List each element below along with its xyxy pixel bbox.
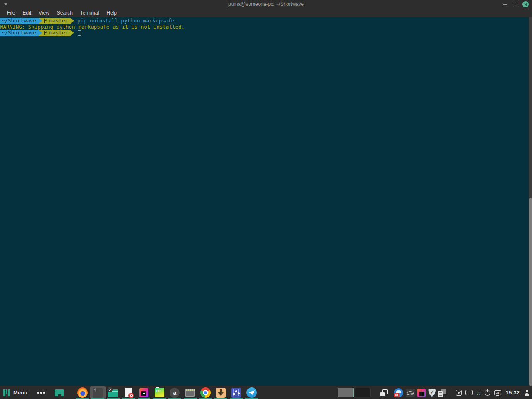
clipboard-manager-tray-icon[interactable] — [438, 389, 446, 397]
taskbar-app-telegram[interactable] — [244, 386, 259, 399]
terminal-line-prompt: ~/Shortwavemaster — [0, 30, 532, 36]
menu-button[interactable]: Menu — [0, 386, 32, 399]
taskbar-app-jetbrains-toolbox[interactable] — [136, 386, 152, 399]
show-desktop-icon[interactable] — [55, 389, 64, 396]
document-viewer-icon — [125, 388, 132, 397]
taskbar-right: 61 ✓ ♫ zz 15:32 — [338, 386, 532, 399]
taskbar-app-download-manager[interactable] — [213, 386, 229, 399]
speaker-icon[interactable] — [456, 390, 462, 396]
git-branch-icon — [44, 30, 47, 35]
taskbar-apps: $_ 2 PC a — [75, 386, 259, 399]
clock[interactable]: 15:32 — [506, 389, 520, 396]
screenshot-tray-icon[interactable] — [406, 389, 415, 397]
taskbar: Menu $_ 2 — [0, 386, 532, 399]
powerline-arrow-icon — [39, 30, 42, 36]
taskbar-app-keyboard[interactable] — [182, 386, 198, 399]
menu-edit[interactable]: Edit — [19, 9, 35, 17]
taskbar-app-document-viewer[interactable] — [121, 386, 136, 399]
telegram-icon — [246, 387, 257, 398]
menu-file[interactable]: File — [3, 9, 19, 17]
taskbar-app-terminal[interactable]: $_ — [90, 386, 106, 399]
user-icon[interactable] — [524, 390, 530, 396]
keyboard-icon — [185, 389, 195, 397]
workspace-2[interactable] — [355, 388, 371, 397]
terminal-line-output: WARNING: Skipping python-markupsafe as i… — [0, 24, 532, 30]
workspace-switcher — [338, 388, 371, 397]
desktop: puma@someone-pc: ~/Shortwave File Edit V… — [0, 0, 532, 399]
taskbar-app-pycharm[interactable]: PC — [152, 386, 167, 399]
terminal-line-command: ~/Shortwavemasterpip uninstall python-ma… — [0, 18, 532, 24]
window-titlebar[interactable]: puma@someone-pc: ~/Shortwave — [0, 0, 532, 9]
prompt-branch-segment: master — [42, 18, 71, 24]
taskbar-app-audio-mixer[interactable] — [229, 386, 244, 399]
music-note-icon[interactable]: ♫ — [476, 390, 481, 396]
menu-help[interactable]: Help — [103, 9, 121, 17]
prompt-path-segment: ~/Shortwave — [0, 30, 39, 36]
window-controls — [503, 0, 529, 9]
git-branch-icon — [44, 18, 47, 23]
taskbar-left: Menu $_ 2 — [0, 386, 259, 399]
taskbar-app-firefox[interactable] — [75, 386, 90, 399]
prompt-path-segment: ~/Shortwave — [0, 18, 39, 24]
terminal-warning-text: WARNING: Skipping python-markupsafe as i… — [0, 24, 185, 30]
terminal-scrollbar-track[interactable] — [529, 17, 532, 386]
minimize-button[interactable] — [503, 4, 507, 5]
system-tray: 61 ✓ — [394, 388, 446, 397]
screensaver-inhibit-icon[interactable]: zz — [494, 390, 501, 395]
taskbar-app-a[interactable]: a — [167, 386, 182, 399]
terminal-viewport[interactable]: ~/Shortwavemasterpip uninstall python-ma… — [0, 17, 532, 386]
workspace-1[interactable] — [338, 388, 354, 397]
restore-button[interactable] — [513, 3, 516, 6]
menu-search[interactable]: Search — [53, 9, 76, 17]
taskbar-app-files[interactable]: 2 — [106, 386, 121, 399]
window-title: puma@someone-pc: ~/Shortwave — [0, 1, 532, 7]
shield-check-tray-icon[interactable]: ✓ — [428, 389, 436, 397]
terminal-scrollbar-thumb[interactable] — [529, 198, 532, 386]
close-button[interactable] — [522, 1, 529, 7]
terminal-menubar: File Edit View Search Terminal Help — [0, 9, 532, 17]
jetbrains-toolbox-icon — [139, 388, 148, 397]
window-list-icon[interactable] — [380, 389, 388, 396]
terminal-cursor — [78, 30, 81, 36]
letter-a-app-icon: a — [170, 388, 180, 398]
menu-view[interactable]: View — [35, 9, 53, 17]
display-icon[interactable] — [466, 390, 473, 395]
terminal-command-text: pip uninstall python-markupsafe — [77, 18, 174, 24]
mixer-sliders-icon — [231, 388, 241, 398]
prompt-branch-segment: master — [42, 30, 71, 36]
manjaro-logo-icon — [3, 389, 10, 396]
powerline-arrow-icon — [39, 18, 42, 24]
chrome-icon — [200, 387, 211, 398]
taskbar-app-chrome[interactable] — [198, 386, 213, 399]
tray-separator — [451, 388, 451, 397]
status-applets: ♫ zz — [456, 390, 501, 396]
files-window-count-badge: 2 — [107, 387, 113, 392]
firefox-icon — [77, 387, 88, 398]
terminal-icon: $_ — [93, 388, 103, 398]
powerline-arrow-icon — [71, 30, 74, 36]
download-arrow-icon — [216, 388, 226, 398]
jetbrains-toolbox-tray-icon[interactable] — [417, 389, 426, 397]
power-icon[interactable] — [485, 390, 490, 396]
notification-count-badge: 61 — [394, 393, 399, 397]
menu-button-label: Menu — [13, 389, 27, 396]
menu-terminal[interactable]: Terminal — [76, 9, 103, 17]
pycharm-icon: PC — [155, 388, 164, 397]
panel-launchers-icon[interactable] — [32, 386, 50, 399]
powerline-arrow-icon — [71, 18, 74, 24]
notification-tray-icon[interactable]: 61 — [394, 388, 403, 397]
